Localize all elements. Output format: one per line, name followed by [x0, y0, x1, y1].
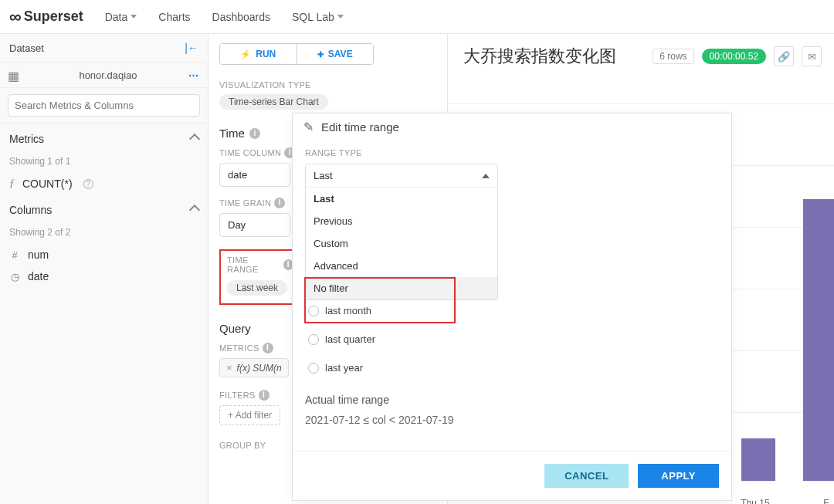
dropdown-list: Last Previous Custom Advanced No filter	[306, 187, 497, 299]
help-icon[interactable]: ?	[83, 179, 93, 189]
dropdown-option-custom[interactable]: Custom	[306, 232, 497, 255]
chevron-up-icon	[482, 174, 490, 178]
metric-tag[interactable]: × f(x) SUM(n	[219, 358, 289, 377]
bolt-icon	[240, 49, 251, 59]
superset-logo-icon: ∞	[9, 7, 19, 27]
column-item-num[interactable]: # num	[0, 244, 208, 266]
dropdown-selected[interactable]: Last	[306, 164, 497, 187]
dropdown-option-no-filter[interactable]: No filter	[306, 277, 497, 299]
chevron-up-icon	[189, 134, 200, 144]
actual-range-value: 2021-07-12 ≤ col < 2021-07-19	[305, 414, 719, 426]
time-column-select[interactable]: date	[219, 163, 290, 187]
actual-range-label: Actual time range	[305, 394, 719, 406]
columns-section-header[interactable]: Columns	[0, 194, 208, 225]
chart-title: 大乔搜索指数变化图	[463, 45, 616, 68]
apply-button[interactable]: APPLY	[638, 464, 719, 488]
cancel-button[interactable]: CANCEL	[544, 464, 629, 488]
function-icon: ƒ	[9, 178, 15, 190]
info-icon[interactable]: i	[249, 128, 260, 139]
pencil-icon	[303, 120, 314, 134]
dropdown-option-advanced[interactable]: Advanced	[306, 255, 497, 277]
popup-title: Edit time range	[321, 120, 399, 134]
brand: ∞ Superset	[9, 7, 83, 27]
viz-type-label: VISUALIZATION TYPE	[219, 80, 436, 90]
metric-item[interactable]: ƒ COUNT(*) ?	[0, 173, 208, 194]
more-icon[interactable]: ⋯	[188, 69, 200, 81]
elapsed-badge: 00:00:00.52	[702, 49, 766, 64]
chart-header: 大乔搜索指数变化图 6 rows 00:00:00.52	[463, 45, 822, 68]
time-range-label: TIME RANGEi	[227, 255, 293, 274]
popup-footer: CANCEL APPLY	[293, 451, 731, 500]
numeric-type-icon: #	[9, 249, 20, 261]
columns-count: Showing 2 of 2	[0, 225, 208, 244]
top-nav: ∞ Superset Data Charts Dashboards SQL La…	[0, 0, 834, 34]
remove-icon[interactable]: ×	[226, 362, 232, 374]
dropdown-option-last[interactable]: Last	[306, 188, 497, 210]
time-range-chip[interactable]: Last week	[227, 280, 287, 296]
run-save-group: RUN SAVE	[219, 43, 374, 65]
column-item-date[interactable]: ◷ date	[0, 266, 208, 287]
info-icon[interactable]: i	[259, 390, 270, 401]
time-grain-select[interactable]: Day	[219, 213, 290, 237]
radio-last-quarter[interactable]: last quarter	[308, 333, 719, 345]
dataset-sidebar: Dataset |← honor.daqiao ⋯ Metrics Showin…	[0, 34, 208, 504]
add-filter-button[interactable]: + Add filter	[219, 405, 280, 425]
x-tick-label: Thu 15	[741, 498, 769, 504]
collapse-icon[interactable]: |←	[185, 42, 198, 54]
nav-charts[interactable]: Charts	[158, 11, 190, 23]
plus-icon	[317, 49, 324, 59]
info-icon[interactable]: i	[263, 343, 273, 353]
metrics-section-header[interactable]: Metrics	[0, 123, 208, 154]
info-icon[interactable]: i	[274, 198, 285, 208]
range-type-label: RANGE TYPE	[305, 148, 719, 157]
metrics-count: Showing 1 of 1	[0, 154, 208, 173]
dataset-header: Dataset |←	[0, 34, 208, 63]
rows-badge: 6 rows	[653, 49, 693, 64]
range-type-dropdown[interactable]: Last Last Previous Custom Advanced No fi…	[305, 164, 498, 300]
chevron-down-icon	[337, 15, 344, 19]
chart-bar	[803, 199, 834, 481]
time-range-popup: Edit time range RANGE TYPE Last Last Pre…	[292, 113, 732, 501]
dropdown-option-previous[interactable]: Previous	[306, 210, 497, 232]
run-button[interactable]: RUN	[220, 44, 297, 64]
chevron-down-icon	[131, 15, 137, 19]
save-button[interactable]: SAVE	[297, 44, 374, 64]
viz-type-chip[interactable]: Time-series Bar Chart	[219, 94, 328, 110]
radio-icon	[308, 306, 319, 316]
time-type-icon: ◷	[9, 271, 20, 282]
search-input[interactable]	[8, 94, 200, 117]
nav-dashboards[interactable]: Dashboards	[212, 11, 271, 23]
chart-bar	[741, 438, 775, 481]
nav-data[interactable]: Data	[105, 11, 137, 23]
dataset-row[interactable]: honor.daqiao ⋯	[0, 63, 208, 88]
x-tick-label: F	[823, 498, 829, 504]
dataset-label: Dataset	[9, 42, 44, 54]
radio-icon	[308, 334, 319, 345]
radio-last-year[interactable]: last year	[308, 362, 719, 374]
chevron-up-icon	[189, 205, 200, 215]
radio-icon	[308, 363, 319, 374]
nav-sql-lab[interactable]: SQL Lab	[292, 11, 344, 23]
dataset-name: honor.daqiao	[28, 69, 188, 81]
mail-icon[interactable]	[802, 46, 822, 66]
search-row	[0, 88, 208, 123]
chart-meta: 6 rows 00:00:00.52	[653, 46, 822, 66]
link-icon[interactable]	[774, 46, 794, 66]
table-icon	[8, 69, 20, 81]
popup-header: Edit time range	[293, 113, 731, 144]
brand-text: Superset	[24, 8, 83, 25]
time-range-block: TIME RANGEi Last week	[219, 249, 301, 305]
radio-last-month[interactable]: last month	[308, 305, 719, 316]
